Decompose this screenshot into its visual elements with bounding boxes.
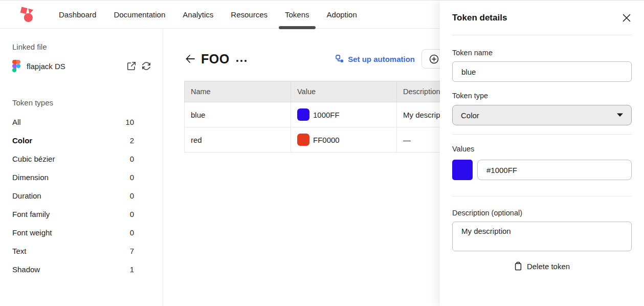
type-count: 0 <box>130 210 134 218</box>
nav-item-adoption[interactable]: Adoption <box>326 1 358 28</box>
token-details-panel: Token details Token name Token type Colo… <box>440 1 644 306</box>
description-label: Description (optional) <box>452 209 632 217</box>
sidebar-item-duration[interactable]: Duration0 <box>12 186 151 205</box>
token-type-list: All10 Color2 Cubic bézier0 Dimension0 Du… <box>12 113 151 278</box>
token-name-input[interactable] <box>452 61 632 82</box>
nav-item-resources[interactable]: Resources <box>230 1 268 28</box>
nav-label: Dashboard <box>59 10 96 19</box>
type-count: 0 <box>130 155 134 163</box>
value-color-swatch[interactable] <box>452 160 473 180</box>
sidebar-item-color[interactable]: Color2 <box>12 131 151 149</box>
setup-automation-link[interactable]: Set up automation <box>335 54 415 63</box>
sidebar-item-cubic-bezier[interactable]: Cubic bézier0 <box>12 149 151 168</box>
divider <box>452 35 632 35</box>
nav-item-dashboard[interactable]: Dashboard <box>58 1 97 28</box>
close-icon[interactable] <box>621 13 632 23</box>
external-link-icon[interactable] <box>127 61 136 71</box>
value-text: FF0000 <box>313 136 340 144</box>
divider <box>452 134 632 135</box>
token-types-label: Token types <box>12 98 151 107</box>
type-label: Text <box>12 247 27 255</box>
value-text: 1000FF <box>313 111 340 119</box>
column-header-value[interactable]: Value <box>291 81 397 102</box>
sidebar-item-dimension[interactable]: Dimension0 <box>12 168 151 186</box>
delete-token-label: Delete token <box>527 262 570 271</box>
nav-item-analytics[interactable]: Analytics <box>182 1 214 28</box>
app-window: Dashboard Documentation Analytics Resour… <box>0 0 644 306</box>
nav-label: Adoption <box>327 10 357 19</box>
values-label: Values <box>452 145 632 153</box>
linked-file-row: flapjack DS <box>12 60 151 72</box>
panel-header: Token details <box>452 13 632 23</box>
setup-automation-label: Set up automation <box>348 55 415 63</box>
figma-icon <box>12 60 20 72</box>
page-title: FOO <box>201 52 230 67</box>
type-count: 10 <box>125 118 134 126</box>
value-row <box>452 160 632 180</box>
type-label: Dimension <box>12 173 49 182</box>
linked-file-name: flapjack DS <box>27 62 127 71</box>
delete-token-button[interactable]: Delete token <box>452 261 632 271</box>
token-value-cell: 1000FF <box>291 102 397 127</box>
nav-label: Resources <box>231 10 268 19</box>
token-type-select[interactable]: Color <box>452 105 632 125</box>
description-textarea[interactable]: My description <box>452 222 632 251</box>
token-type-value: Color <box>461 111 479 120</box>
automation-icon <box>335 54 344 63</box>
plus-circle-icon <box>429 54 439 64</box>
sync-icon[interactable] <box>142 61 151 71</box>
color-swatch <box>297 108 309 121</box>
nav-item-documentation[interactable]: Documentation <box>113 1 166 28</box>
type-label: Font weight <box>12 228 52 237</box>
nav-label: Tokens <box>285 10 309 19</box>
type-label: Color <box>12 136 32 145</box>
token-type-label: Token type <box>452 92 632 100</box>
back-arrow-icon[interactable] <box>184 53 196 65</box>
token-name-cell: red <box>185 127 291 152</box>
type-label: Cubic bézier <box>12 155 55 163</box>
panel-title: Token details <box>452 13 507 23</box>
nav-item-tokens[interactable]: Tokens <box>284 1 310 28</box>
column-header-name[interactable]: Name <box>185 81 291 102</box>
type-label: Shadow <box>12 265 40 274</box>
color-swatch <box>297 134 309 146</box>
type-count: 7 <box>130 247 134 255</box>
nav-label: Analytics <box>183 10 213 19</box>
nav-label: Documentation <box>114 10 165 19</box>
sidebar-item-text[interactable]: Text7 <box>12 242 151 260</box>
sidebar-item-all[interactable]: All10 <box>12 113 151 131</box>
token-name-cell: blue <box>185 102 291 127</box>
token-value-cell: FF0000 <box>291 127 397 152</box>
type-label: Font family <box>12 210 50 218</box>
file-actions <box>127 61 151 71</box>
type-label: Duration <box>12 191 41 200</box>
sidebar: Linked file flapjack DS <box>0 29 163 306</box>
linked-file-label: Linked file <box>12 42 151 51</box>
type-count: 0 <box>130 228 134 237</box>
sidebar-item-font-weight[interactable]: Font weight0 <box>12 223 151 242</box>
trash-icon <box>514 261 522 271</box>
sidebar-item-font-family[interactable]: Font family0 <box>12 205 151 223</box>
type-label: All <box>12 118 21 126</box>
type-count: 2 <box>130 136 134 145</box>
sidebar-item-shadow[interactable]: Shadow1 <box>12 260 151 278</box>
more-options-icon[interactable] <box>235 54 248 63</box>
chevron-down-icon <box>617 113 623 117</box>
zeroheight-logo-icon <box>19 7 34 23</box>
token-name-label: Token name <box>452 49 632 57</box>
nav-items: Dashboard Documentation Analytics Resour… <box>58 1 358 28</box>
hex-value-input[interactable] <box>477 160 632 180</box>
type-count: 0 <box>130 173 134 182</box>
type-count: 1 <box>130 265 134 274</box>
type-count: 0 <box>130 191 134 200</box>
divider <box>452 196 632 196</box>
